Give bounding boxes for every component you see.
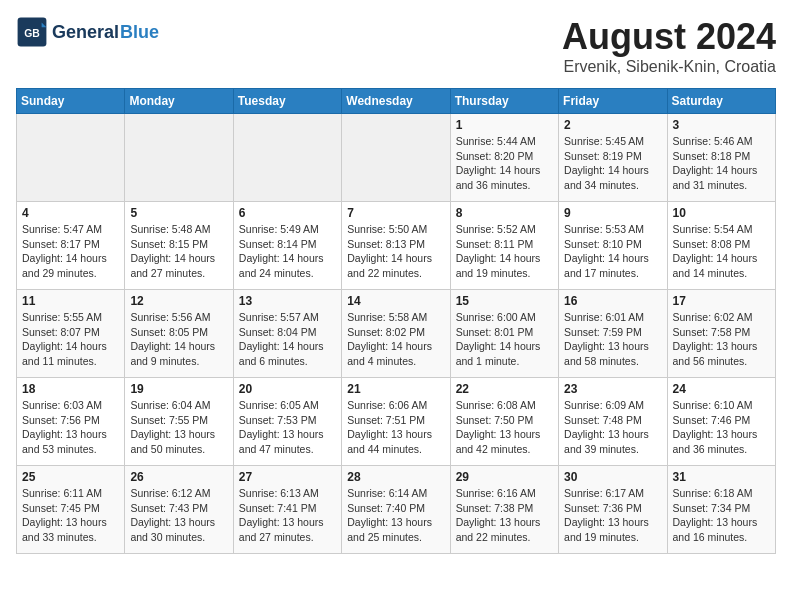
day-number: 5 — [130, 206, 227, 220]
day-info: Sunrise: 5:46 AM Sunset: 8:18 PM Dayligh… — [673, 134, 770, 193]
calendar-cell: 25Sunrise: 6:11 AM Sunset: 7:45 PM Dayli… — [17, 466, 125, 554]
calendar-cell: 24Sunrise: 6:10 AM Sunset: 7:46 PM Dayli… — [667, 378, 775, 466]
day-number: 30 — [564, 470, 661, 484]
day-number: 18 — [22, 382, 119, 396]
day-number: 12 — [130, 294, 227, 308]
calendar-cell: 10Sunrise: 5:54 AM Sunset: 8:08 PM Dayli… — [667, 202, 775, 290]
logo: GB General Blue — [16, 16, 159, 48]
calendar-cell — [17, 114, 125, 202]
day-info: Sunrise: 5:47 AM Sunset: 8:17 PM Dayligh… — [22, 222, 119, 281]
day-info: Sunrise: 5:55 AM Sunset: 8:07 PM Dayligh… — [22, 310, 119, 369]
day-number: 17 — [673, 294, 770, 308]
calendar-cell: 15Sunrise: 6:00 AM Sunset: 8:01 PM Dayli… — [450, 290, 558, 378]
day-info: Sunrise: 6:00 AM Sunset: 8:01 PM Dayligh… — [456, 310, 553, 369]
calendar-cell: 20Sunrise: 6:05 AM Sunset: 7:53 PM Dayli… — [233, 378, 341, 466]
col-header-wednesday: Wednesday — [342, 89, 450, 114]
day-number: 9 — [564, 206, 661, 220]
calendar-cell: 6Sunrise: 5:49 AM Sunset: 8:14 PM Daylig… — [233, 202, 341, 290]
calendar-cell: 14Sunrise: 5:58 AM Sunset: 8:02 PM Dayli… — [342, 290, 450, 378]
day-info: Sunrise: 6:10 AM Sunset: 7:46 PM Dayligh… — [673, 398, 770, 457]
calendar-week-row: 11Sunrise: 5:55 AM Sunset: 8:07 PM Dayli… — [17, 290, 776, 378]
day-info: Sunrise: 6:16 AM Sunset: 7:38 PM Dayligh… — [456, 486, 553, 545]
day-number: 6 — [239, 206, 336, 220]
calendar-cell: 28Sunrise: 6:14 AM Sunset: 7:40 PM Dayli… — [342, 466, 450, 554]
day-info: Sunrise: 6:14 AM Sunset: 7:40 PM Dayligh… — [347, 486, 444, 545]
day-number: 23 — [564, 382, 661, 396]
calendar-cell: 23Sunrise: 6:09 AM Sunset: 7:48 PM Dayli… — [559, 378, 667, 466]
calendar-cell — [233, 114, 341, 202]
col-header-saturday: Saturday — [667, 89, 775, 114]
day-info: Sunrise: 6:18 AM Sunset: 7:34 PM Dayligh… — [673, 486, 770, 545]
calendar-week-row: 25Sunrise: 6:11 AM Sunset: 7:45 PM Dayli… — [17, 466, 776, 554]
title-block: August 2024 Ervenik, Sibenik-Knin, Croat… — [562, 16, 776, 76]
day-info: Sunrise: 5:50 AM Sunset: 8:13 PM Dayligh… — [347, 222, 444, 281]
day-info: Sunrise: 5:54 AM Sunset: 8:08 PM Dayligh… — [673, 222, 770, 281]
day-info: Sunrise: 6:02 AM Sunset: 7:58 PM Dayligh… — [673, 310, 770, 369]
day-info: Sunrise: 6:11 AM Sunset: 7:45 PM Dayligh… — [22, 486, 119, 545]
location-subtitle: Ervenik, Sibenik-Knin, Croatia — [562, 58, 776, 76]
calendar-table: SundayMondayTuesdayWednesdayThursdayFrid… — [16, 88, 776, 554]
logo-blue: Blue — [120, 22, 159, 43]
day-number: 19 — [130, 382, 227, 396]
calendar-cell: 16Sunrise: 6:01 AM Sunset: 7:59 PM Dayli… — [559, 290, 667, 378]
day-number: 27 — [239, 470, 336, 484]
month-year-title: August 2024 — [562, 16, 776, 58]
day-info: Sunrise: 6:03 AM Sunset: 7:56 PM Dayligh… — [22, 398, 119, 457]
day-info: Sunrise: 6:08 AM Sunset: 7:50 PM Dayligh… — [456, 398, 553, 457]
calendar-header-row: SundayMondayTuesdayWednesdayThursdayFrid… — [17, 89, 776, 114]
day-info: Sunrise: 5:58 AM Sunset: 8:02 PM Dayligh… — [347, 310, 444, 369]
calendar-cell: 7Sunrise: 5:50 AM Sunset: 8:13 PM Daylig… — [342, 202, 450, 290]
day-info: Sunrise: 5:57 AM Sunset: 8:04 PM Dayligh… — [239, 310, 336, 369]
calendar-cell: 27Sunrise: 6:13 AM Sunset: 7:41 PM Dayli… — [233, 466, 341, 554]
calendar-cell: 30Sunrise: 6:17 AM Sunset: 7:36 PM Dayli… — [559, 466, 667, 554]
day-number: 14 — [347, 294, 444, 308]
day-number: 29 — [456, 470, 553, 484]
col-header-tuesday: Tuesday — [233, 89, 341, 114]
col-header-monday: Monday — [125, 89, 233, 114]
calendar-cell: 17Sunrise: 6:02 AM Sunset: 7:58 PM Dayli… — [667, 290, 775, 378]
day-info: Sunrise: 6:05 AM Sunset: 7:53 PM Dayligh… — [239, 398, 336, 457]
day-info: Sunrise: 5:52 AM Sunset: 8:11 PM Dayligh… — [456, 222, 553, 281]
calendar-cell: 22Sunrise: 6:08 AM Sunset: 7:50 PM Dayli… — [450, 378, 558, 466]
day-number: 28 — [347, 470, 444, 484]
calendar-cell: 3Sunrise: 5:46 AM Sunset: 8:18 PM Daylig… — [667, 114, 775, 202]
day-info: Sunrise: 6:13 AM Sunset: 7:41 PM Dayligh… — [239, 486, 336, 545]
calendar-page: GB General Blue August 2024 Ervenik, Sib… — [16, 16, 776, 554]
day-number: 15 — [456, 294, 553, 308]
calendar-cell: 2Sunrise: 5:45 AM Sunset: 8:19 PM Daylig… — [559, 114, 667, 202]
calendar-week-row: 18Sunrise: 6:03 AM Sunset: 7:56 PM Dayli… — [17, 378, 776, 466]
calendar-cell: 18Sunrise: 6:03 AM Sunset: 7:56 PM Dayli… — [17, 378, 125, 466]
day-number: 20 — [239, 382, 336, 396]
calendar-cell — [125, 114, 233, 202]
day-number: 8 — [456, 206, 553, 220]
calendar-cell: 31Sunrise: 6:18 AM Sunset: 7:34 PM Dayli… — [667, 466, 775, 554]
col-header-sunday: Sunday — [17, 89, 125, 114]
day-info: Sunrise: 5:49 AM Sunset: 8:14 PM Dayligh… — [239, 222, 336, 281]
day-info: Sunrise: 5:56 AM Sunset: 8:05 PM Dayligh… — [130, 310, 227, 369]
calendar-cell: 4Sunrise: 5:47 AM Sunset: 8:17 PM Daylig… — [17, 202, 125, 290]
svg-text:GB: GB — [24, 28, 40, 39]
col-header-thursday: Thursday — [450, 89, 558, 114]
day-number: 21 — [347, 382, 444, 396]
col-header-friday: Friday — [559, 89, 667, 114]
day-number: 16 — [564, 294, 661, 308]
day-number: 2 — [564, 118, 661, 132]
day-info: Sunrise: 5:45 AM Sunset: 8:19 PM Dayligh… — [564, 134, 661, 193]
day-number: 22 — [456, 382, 553, 396]
day-number: 25 — [22, 470, 119, 484]
day-info: Sunrise: 6:04 AM Sunset: 7:55 PM Dayligh… — [130, 398, 227, 457]
calendar-cell: 1Sunrise: 5:44 AM Sunset: 8:20 PM Daylig… — [450, 114, 558, 202]
calendar-cell — [342, 114, 450, 202]
day-number: 26 — [130, 470, 227, 484]
day-info: Sunrise: 6:17 AM Sunset: 7:36 PM Dayligh… — [564, 486, 661, 545]
logo-general: General — [52, 22, 119, 43]
day-info: Sunrise: 5:48 AM Sunset: 8:15 PM Dayligh… — [130, 222, 227, 281]
day-number: 31 — [673, 470, 770, 484]
calendar-cell: 9Sunrise: 5:53 AM Sunset: 8:10 PM Daylig… — [559, 202, 667, 290]
day-number: 7 — [347, 206, 444, 220]
day-number: 13 — [239, 294, 336, 308]
day-info: Sunrise: 6:09 AM Sunset: 7:48 PM Dayligh… — [564, 398, 661, 457]
calendar-cell: 19Sunrise: 6:04 AM Sunset: 7:55 PM Dayli… — [125, 378, 233, 466]
header: GB General Blue August 2024 Ervenik, Sib… — [16, 16, 776, 76]
day-number: 4 — [22, 206, 119, 220]
